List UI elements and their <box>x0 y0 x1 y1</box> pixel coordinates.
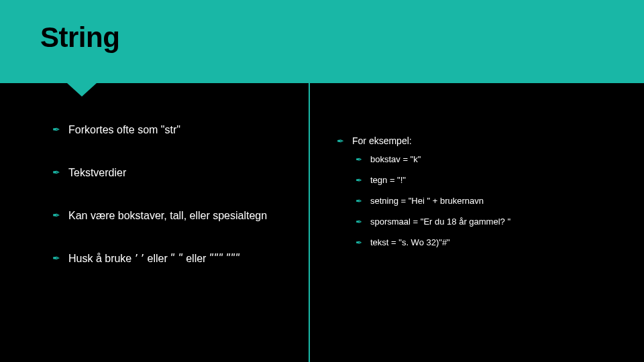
list-item-text: sporsmaal = "Er du 18 år gammel? " <box>370 217 511 227</box>
header-band: String <box>0 0 644 83</box>
bullet-icon: ✒ <box>52 253 60 265</box>
bullet-icon: ✒ <box>337 136 344 146</box>
bullet-icon: ✒ <box>52 167 60 179</box>
list-item: ✒ tekst = "s. Wo 32)"#" <box>356 237 624 247</box>
bullet-icon: ✒ <box>356 238 362 247</box>
list-item: ✒ Kan være bokstaver, tall, eller spesia… <box>52 209 288 223</box>
list-item: ✒ For eksempel: <box>337 135 624 146</box>
left-column: ✒ Forkortes ofte som "str" ✒ Tekstverdie… <box>0 83 309 362</box>
list-item-text: For eksempel: <box>352 135 412 146</box>
list-item: ✒ Tekstverdier <box>52 166 288 180</box>
list-item-text: bokstav = "k" <box>370 154 421 164</box>
list-item-text: Forkortes ofte som "str" <box>68 123 180 137</box>
list-item-text: Husk å bruke ʼ ʼ eller ʺ ʺ eller ʺʺʺ ʺʺʺ <box>68 252 240 265</box>
list-item: ✒ setning = "Hei " + brukernavn <box>356 196 624 206</box>
bullet-icon: ✒ <box>52 210 60 222</box>
page-title: String <box>40 21 119 54</box>
bullet-icon: ✒ <box>52 124 60 136</box>
list-item-text: Kan være bokstaver, tall, eller spesialt… <box>68 209 267 223</box>
list-item: ✒ tegn = "!" <box>356 175 624 185</box>
sub-list: ✒ bokstav = "k" ✒ tegn = "!" ✒ setning =… <box>337 154 624 247</box>
bullet-icon: ✒ <box>356 196 362 206</box>
list-item-text: setning = "Hei " + brukernavn <box>370 196 484 206</box>
bullet-icon: ✒ <box>356 176 362 185</box>
list-item: ✒ sporsmaal = "Er du 18 år gammel? " <box>356 217 624 227</box>
list-item-text: tegn = "!" <box>370 175 406 185</box>
list-item: ✒ Husk å bruke ʼ ʼ eller ʺ ʺ eller ʺʺʺ ʺ… <box>52 252 288 265</box>
bullet-icon: ✒ <box>356 217 362 227</box>
list-item: ✒ bokstav = "k" <box>356 154 624 164</box>
list-item-text: Tekstverdier <box>68 166 126 180</box>
list-item-text: tekst = "s. Wo 32)"#" <box>370 237 450 247</box>
bullet-icon: ✒ <box>356 155 362 164</box>
body-columns: ✒ Forkortes ofte som "str" ✒ Tekstverdie… <box>0 83 644 362</box>
right-column: ✒ For eksempel: ✒ bokstav = "k" ✒ tegn =… <box>309 83 644 362</box>
slide: String ✒ Forkortes ofte som "str" ✒ Teks… <box>0 0 644 362</box>
list-item: ✒ Forkortes ofte som "str" <box>52 123 288 137</box>
